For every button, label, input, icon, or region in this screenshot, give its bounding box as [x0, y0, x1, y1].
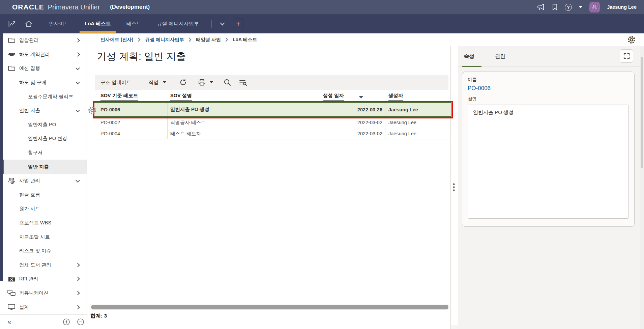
people-globe-icon: [7, 177, 16, 184]
sidebar-item-general-expense-group[interactable]: 일반 지출: [0, 104, 87, 118]
left-navigation-sidebar: 입찰관리 하도 계약관리 예산 집행 하도 및 구매 포괄주문계약 릴리즈 일반…: [0, 33, 87, 329]
print-icon: [198, 79, 206, 86]
handshake-icon: [7, 52, 16, 57]
sidebar-item-subcontract-and-purchase[interactable]: 하도 및 구매: [0, 76, 87, 90]
sidebar-item-business-management[interactable]: 사업 관리: [0, 174, 87, 188]
caret-down-icon: [163, 81, 166, 83]
tab-qcells-energy[interactable]: 큐셀 에너지사업부: [152, 14, 204, 33]
topbar-actions: ? JL Jaesung Lee: [537, 2, 637, 12]
panel-scrollbar-track[interactable]: [640, 46, 644, 329]
collapse-sidebar-button[interactable]: «: [7, 318, 11, 326]
breadcrumb-loa-test[interactable]: LoA 테스트: [233, 37, 257, 43]
drag-handle-icon[interactable]: [452, 183, 456, 192]
zoom-out-icon[interactable]: [77, 318, 84, 326]
sidebar-item-budget-execution[interactable]: 예산 집행: [0, 61, 87, 76]
toolbar: 구조 업데이트 작업: [95, 75, 448, 90]
chevron-right-icon[interactable]: [76, 52, 80, 57]
tab-insight[interactable]: 인사이트: [43, 14, 75, 33]
chevron-right-icon[interactable]: [76, 291, 80, 295]
chevron-right-icon[interactable]: [76, 277, 80, 281]
tab-loa-test[interactable]: LoA 테스트: [79, 14, 116, 33]
chevron-down-icon[interactable]: [76, 108, 80, 112]
expand-panel-button[interactable]: [620, 49, 633, 63]
breadcrumb-separator-icon: [188, 37, 192, 42]
description-field-value[interactable]: 일반지출 PO 생성: [468, 105, 629, 219]
cell-sov-description: 테스트 해보자: [168, 128, 320, 139]
horizontal-scrollbar-thumb[interactable]: [91, 305, 448, 309]
cell-creator: Jaesung Lee: [385, 128, 451, 139]
properties-panel: 속성 권한 이름 PO-0006 설명 일반지출 PO 생성: [458, 46, 640, 329]
expand-icon: [623, 53, 630, 59]
folder-icon: [7, 37, 16, 43]
sidebar-scrollbar[interactable]: [0, 0, 3, 281]
properties-card: 이름 PO-0006 설명 일반지출 PO 생성: [462, 72, 635, 227]
sidebar-item-rfi-management[interactable]: RFI 관리: [0, 272, 87, 286]
active-tab-underline: [462, 66, 481, 67]
rfi-folder-icon: [7, 276, 16, 282]
sidebar-item-communication[interactable]: 커뮤니케이션: [0, 286, 87, 300]
print-dropdown[interactable]: [198, 79, 213, 86]
tab-permissions[interactable]: 권한: [495, 53, 505, 60]
chevron-down-icon[interactable]: [220, 22, 225, 26]
row-gear-icon[interactable]: [88, 106, 97, 115]
column-header-creator[interactable]: 생성자: [385, 92, 451, 101]
table-row[interactable]: PO-0002 직영공사 테스트 2022-03-02 Jaesung Lee: [94, 117, 451, 128]
sidebar-item-bid-management[interactable]: 입찰관리: [0, 33, 87, 48]
chevron-down-icon[interactable]: [76, 80, 80, 84]
sidebar-item-general-expense-selected[interactable]: 일반 지출: [0, 160, 87, 174]
chevron-down-icon[interactable]: [76, 66, 80, 70]
home-icon[interactable]: [25, 20, 32, 27]
sidebar-item-vendor-document-management[interactable]: 업체 도서 관리: [0, 258, 87, 272]
panel-scrollbar-thumb[interactable]: [641, 57, 643, 168]
bookmark-icon[interactable]: [552, 3, 558, 11]
sidebar-item-funding-sheet[interactable]: 자금조달 시트: [0, 230, 87, 244]
sidebar-item-project-wbs[interactable]: 프로젝트 WBS: [0, 216, 87, 230]
column-header-created-date[interactable]: 생성 일자: [320, 92, 385, 101]
sidebar-item-blanket-po-release[interactable]: 포괄주문계약 릴리즈: [0, 89, 87, 104]
caret-down-icon[interactable]: [579, 6, 582, 8]
zoom-in-icon[interactable]: [63, 318, 70, 326]
sort-desc-icon: [359, 96, 363, 99]
oracle-logo: ORACLE: [12, 3, 44, 11]
sidebar-item-design[interactable]: 설계: [0, 300, 87, 314]
breadcrumb-separator-icon: [138, 37, 141, 42]
sidebar-item-general-expense-po[interactable]: 일반지출 PO: [0, 118, 87, 132]
chevron-right-icon[interactable]: [76, 263, 80, 267]
search-icon[interactable]: [224, 79, 231, 86]
sidebar-item-cash-flow[interactable]: 현금 흐름: [0, 188, 87, 202]
table-row[interactable]: PO-0004 테스트 해보자 2022-03-02 Jaesung Lee: [94, 128, 451, 139]
table-header-row: SOV 기준 레코드 SOV 설명 생성 일자 생성자: [94, 92, 451, 102]
actions-dropdown[interactable]: 작업: [149, 79, 166, 86]
update-structure-button[interactable]: 구조 업데이트: [100, 79, 131, 86]
settings-gear-icon[interactable]: [627, 35, 636, 44]
sidebar-item-cost-sheet[interactable]: 원가 시트: [0, 202, 87, 216]
help-icon[interactable]: ?: [565, 4, 572, 11]
cell-created-date: 2022-03-02: [320, 117, 385, 128]
tab-test[interactable]: 테스트: [121, 14, 147, 33]
breadcrumb-insight[interactable]: 인사이트 (전사): [100, 37, 133, 43]
megaphone-icon[interactable]: [537, 3, 545, 11]
page-title: 기성 계획: 일반 지출: [97, 50, 186, 63]
sidebar-item-subcontract-management[interactable]: 하도 계약관리: [0, 48, 87, 62]
name-field-value[interactable]: PO-0006: [468, 85, 629, 92]
sidebar-footer: «: [0, 314, 87, 329]
tab-properties[interactable]: 속성: [464, 53, 474, 60]
add-tab-button[interactable]: +: [233, 19, 243, 29]
find-in-list-icon[interactable]: [239, 79, 247, 86]
chart-icon[interactable]: [8, 20, 16, 28]
breadcrumb-solar-business[interactable]: 태양광 사업: [196, 37, 221, 43]
sidebar-item-general-expense-po-change[interactable]: 일반지출 PO 변경: [0, 132, 87, 146]
refresh-icon[interactable]: [179, 79, 187, 86]
user-name[interactable]: Jaesung Lee: [607, 4, 637, 10]
column-header-sov-record[interactable]: SOV 기준 레코드: [94, 92, 168, 101]
avatar[interactable]: JL: [589, 2, 600, 12]
sidebar-item-risk-and-issues[interactable]: 리스크 및 이슈: [0, 244, 87, 258]
column-header-sov-description[interactable]: SOV 설명: [168, 92, 320, 101]
chevron-right-icon[interactable]: [76, 38, 80, 43]
breadcrumb-separator-icon: [225, 37, 228, 42]
chevron-down-icon[interactable]: [76, 178, 80, 183]
breadcrumb-qcells-energy[interactable]: 큐셀 에너지사업부: [145, 37, 184, 43]
chevron-right-icon[interactable]: [76, 305, 80, 309]
sidebar-item-invoice[interactable]: 청구서: [0, 146, 87, 160]
product-name: Primavera Unifier: [48, 3, 100, 11]
